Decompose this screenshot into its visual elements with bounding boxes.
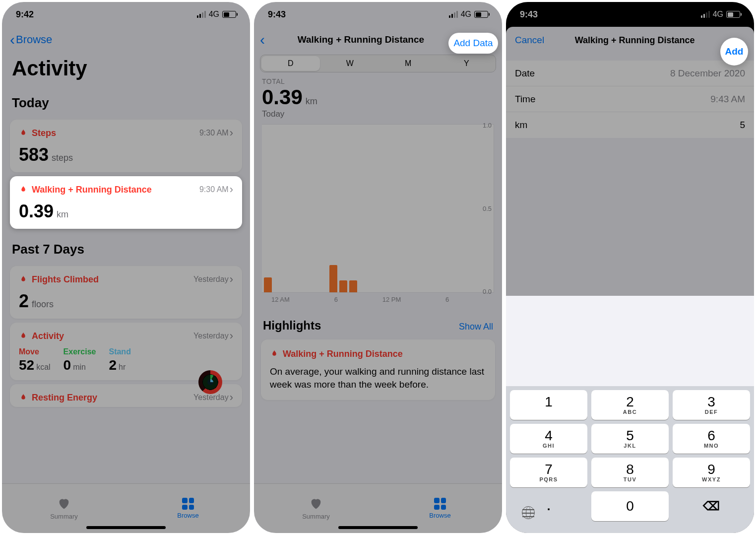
flame-icon — [19, 392, 28, 403]
heart-icon — [309, 497, 323, 511]
section-today: Today — [2, 86, 250, 116]
key-dot[interactable]: . — [510, 491, 587, 521]
battery-icon — [474, 11, 488, 18]
key-1[interactable]: 1 — [510, 390, 587, 420]
globe-icon[interactable] — [522, 506, 535, 519]
back-button[interactable]: ‹ — [260, 32, 265, 47]
tab-bar: Summary Browse — [254, 483, 502, 533]
field-km[interactable]: km5 — [506, 112, 754, 138]
network-label: 4G — [209, 10, 219, 19]
back-button[interactable]: ‹ Browse — [10, 32, 52, 47]
key-8[interactable]: 8TUV — [591, 458, 669, 487]
status-bar: 9:43 4G — [506, 2, 754, 27]
chevron-right-icon: › — [230, 183, 233, 196]
signal-icon — [701, 11, 710, 18]
chart-bar — [349, 280, 357, 292]
screen-detail: 9:43 4G ‹ Walking + Running Distance Add… — [254, 2, 502, 533]
section-past7: Past 7 Days — [2, 233, 250, 262]
backspace-icon: ⌫ — [703, 500, 720, 512]
key-6[interactable]: 6MNO — [673, 424, 750, 454]
heart-icon — [57, 497, 71, 511]
signal-icon — [197, 11, 206, 18]
chevron-right-icon: › — [230, 127, 233, 139]
flame-icon — [270, 348, 279, 359]
network-label: 4G — [461, 10, 471, 19]
status-bar: 9:42 4G — [2, 2, 250, 27]
field-date[interactable]: Date8 December 2020 — [506, 61, 754, 86]
key-7[interactable]: 7PQRS — [510, 458, 587, 487]
total-block: TOTAL 0.39km Today — [254, 72, 502, 124]
battery-icon — [222, 11, 236, 18]
time-range-segment[interactable]: D W M Y — [260, 55, 496, 72]
flame-icon — [19, 128, 28, 138]
highlights-header: Highlights Show All — [254, 293, 502, 337]
screen-add-data: 9:43 4G Cancel Walking + Running Distanc… — [506, 2, 754, 533]
card-activity[interactable]: Activity Yesterday› Move52kcal Exercise0… — [10, 323, 242, 380]
numeric-keypad: 1 2ABC 3DEF 4GHI 5JKL 6MNO 7PQRS 8TUV 9W… — [506, 386, 754, 533]
field-time[interactable]: Time9:43 AM — [506, 86, 754, 112]
key-2[interactable]: 2ABC — [591, 390, 669, 420]
seg-day[interactable]: D — [261, 56, 320, 71]
network-label: 4G — [713, 10, 723, 19]
activity-rings-icon — [198, 370, 222, 394]
signal-icon — [449, 11, 458, 18]
add-data-button[interactable]: Add Data — [448, 33, 498, 54]
grid-icon — [434, 498, 446, 510]
chart-bar — [339, 280, 347, 292]
home-indicator[interactable] — [86, 526, 166, 529]
chevron-left-icon: ‹ — [260, 32, 265, 47]
flame-icon — [19, 274, 28, 285]
screen-activity: 9:42 4G ‹ Browse Activity Today Steps 9:… — [2, 2, 250, 533]
status-bar: 9:43 4G — [254, 2, 502, 27]
chart-bar — [264, 277, 272, 292]
status-time: 9:43 — [520, 9, 538, 20]
form-fields: Date8 December 2020 Time9:43 AM km5 — [506, 61, 754, 138]
nav-bar: ‹ Browse — [2, 27, 250, 53]
key-0[interactable]: 0 — [591, 491, 669, 521]
status-time: 9:42 — [16, 9, 34, 20]
highlight-card[interactable]: Walking + Running Distance On average, y… — [261, 339, 495, 400]
show-all-link[interactable]: Show All — [459, 322, 493, 332]
tab-bar: Summary Browse — [2, 483, 250, 533]
key-9[interactable]: 9WXYZ — [673, 458, 750, 487]
nav-title: Walking + Running Distance — [298, 34, 424, 45]
chevron-right-icon: › — [230, 273, 233, 286]
chevron-right-icon: › — [230, 330, 233, 342]
home-indicator[interactable] — [338, 526, 418, 529]
flame-icon — [19, 331, 28, 341]
key-backspace[interactable]: ⌫ — [673, 491, 750, 521]
card-walking-running[interactable]: Walking + Running Distance 9:30 AM› 0.39… — [10, 176, 242, 229]
status-time: 9:43 — [268, 9, 286, 20]
seg-month[interactable]: M — [379, 55, 438, 72]
seg-year[interactable]: Y — [438, 55, 496, 72]
cancel-button[interactable]: Cancel — [515, 35, 544, 46]
page-title: Activity — [2, 53, 250, 86]
card-flights[interactable]: Flights Climbed Yesterday› 2floors — [10, 266, 242, 319]
sheet-title: Walking + Running Distance — [575, 35, 695, 46]
distance-chart[interactable]: 1.0 0.5 0.0 12 AM 6 12 PM 6 — [262, 124, 494, 293]
battery-icon — [726, 11, 740, 18]
add-button[interactable]: Add — [720, 38, 748, 66]
seg-week[interactable]: W — [321, 55, 379, 72]
key-5[interactable]: 5JKL — [591, 424, 669, 454]
chevron-left-icon: ‹ — [10, 32, 15, 47]
grid-icon — [182, 498, 194, 510]
key-4[interactable]: 4GHI — [510, 424, 587, 454]
card-steps[interactable]: Steps 9:30 AM› 583steps — [10, 120, 242, 172]
chart-bar — [329, 265, 337, 292]
key-3[interactable]: 3DEF — [673, 390, 750, 420]
sheet-nav: Cancel Walking + Running Distance — [506, 27, 754, 54]
back-label: Browse — [16, 33, 52, 46]
chevron-right-icon: › — [230, 391, 233, 404]
flame-icon — [19, 184, 28, 195]
